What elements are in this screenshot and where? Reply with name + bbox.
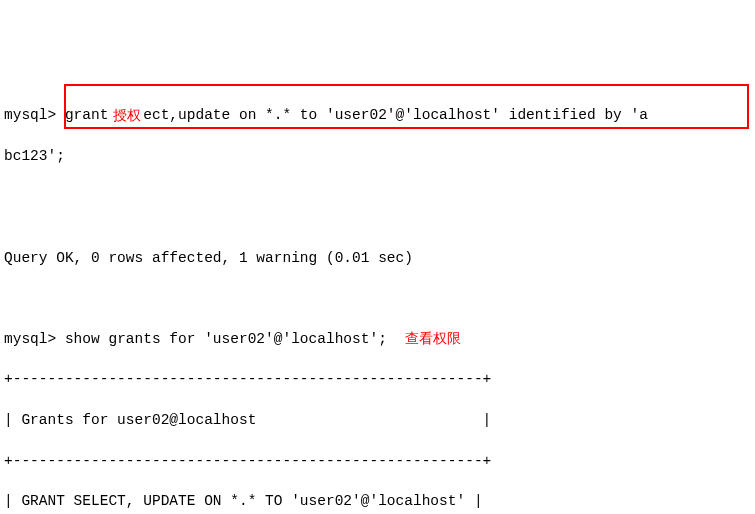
grant-line2: bc123'; (4, 146, 751, 166)
grant-annotation: 授权 (111, 106, 143, 126)
grant-cmd-part1: grant select,update on *.* to 'user02'@'… (65, 107, 648, 123)
grant-cmd-part2: bc123'; (4, 148, 65, 164)
table1-header: | Grants for user02@localhost | (4, 410, 751, 430)
show-grants-line1: mysql> show grants for 'user02'@'localho… (4, 329, 751, 349)
show-cmd1: show grants for 'user02'@'localhost'; (65, 331, 387, 347)
mysql-prompt: mysql> (4, 331, 56, 347)
table1-border-top: +---------------------------------------… (4, 369, 751, 389)
grant-block: mysql> grant select,update on *.* to 'us… (4, 85, 751, 227)
table1-border-mid: +---------------------------------------… (4, 451, 751, 471)
show-annotation: 查看权限 (405, 330, 461, 346)
grant-result: Query OK, 0 rows affected, 1 warning (0.… (4, 248, 751, 268)
table1-row: | GRANT SELECT, UPDATE ON *.* TO 'user02… (4, 491, 751, 511)
mysql-prompt: mysql> (4, 107, 56, 123)
